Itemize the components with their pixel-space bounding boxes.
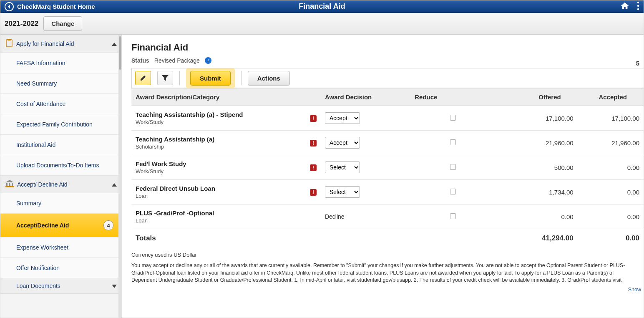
sidebar-item-offer-notification[interactable]: Offer Notification — [0, 258, 122, 278]
actions-button[interactable]: Actions — [248, 71, 290, 86]
award-decision-select[interactable]: Select — [325, 162, 360, 173]
sidebar-group-accept-decline[interactable]: Accept/ Decline Aid — [0, 176, 122, 193]
alert-icon[interactable]: ! — [310, 140, 317, 146]
svg-rect-8 — [5, 186, 14, 187]
sidebar: Apply for Financial Aid FAFSA Informatio… — [0, 35, 122, 318]
breadcrumb[interactable]: CheckMarq Student Home — [17, 3, 95, 10]
award-title: Federal Direct Unsub Loan — [136, 185, 302, 192]
award-category: Scholarship — [136, 144, 302, 150]
filter-button[interactable] — [157, 71, 173, 85]
reduce-checkbox[interactable] — [450, 115, 456, 121]
offered-amount: 500.00 — [496, 155, 578, 180]
sidebar-item-institutional-aid[interactable]: Institutional Aid — [0, 135, 122, 155]
currency-note: Currency used is US Dollar — [131, 252, 644, 258]
home-icon[interactable] — [620, 1, 629, 12]
table-row: Teaching Assistantship (a)Scholarship!Ac… — [131, 131, 644, 155]
svg-rect-3 — [6, 40, 12, 47]
sidebar-group-label: Apply for Financial Aid — [16, 40, 74, 47]
sidebar-item-label: Accept/Decline Aid — [16, 222, 69, 229]
award-title: Teaching Assistantship (a) - Stipend — [136, 111, 302, 118]
table-row: Fed'l Work StudyWork/Study!Select500.000… — [131, 155, 644, 180]
clipboard-icon — [5, 39, 13, 48]
pencil-icon — [140, 75, 146, 81]
chevron-down-icon — [112, 283, 117, 289]
sidebar-group-label: Loan Documents — [16, 283, 60, 289]
award-title: Fed'l Work Study — [136, 160, 302, 167]
col-award-description[interactable]: Award Description/Category — [131, 88, 321, 106]
svg-rect-4 — [8, 39, 11, 40]
sidebar-group-label: Accept/ Decline Aid — [17, 181, 68, 188]
offered-amount: 17,100.00 — [496, 106, 578, 131]
svg-point-2 — [637, 8, 639, 10]
change-year-button[interactable]: Change — [43, 16, 82, 31]
svg-point-1 — [637, 5, 639, 7]
award-decision-select[interactable]: Select — [325, 186, 360, 198]
show-more-link[interactable]: Show — [628, 287, 641, 293]
chevron-up-icon — [112, 40, 117, 47]
accepted-amount: 21,960.00 — [578, 131, 644, 155]
sidebar-group-loan-documents[interactable]: Loan Documents — [0, 278, 122, 294]
awards-table: Award Description/Category Award Decisio… — [131, 88, 644, 247]
reduce-checkbox[interactable] — [450, 139, 456, 145]
status-label: Status — [131, 57, 149, 64]
svg-point-0 — [637, 2, 639, 3]
disclaimer-text: You may accept or decline any or all of … — [131, 262, 644, 284]
table-row: Federal Direct Unsub LoanLoan!Select1,73… — [131, 180, 644, 204]
sidebar-item-expense-worksheet[interactable]: Expense Worksheet — [0, 237, 122, 258]
accepted-amount: 0.00 — [578, 180, 644, 204]
sidebar-group-apply[interactable]: Apply for Financial Aid — [0, 35, 122, 53]
sidebar-item-summary[interactable]: Summary — [0, 193, 122, 214]
sidebar-item-efc[interactable]: Expected Family Contribution — [0, 114, 122, 135]
menu-kebab-icon[interactable] — [637, 1, 639, 12]
totals-label: Totals — [131, 229, 321, 248]
page-title: Financial Aid — [299, 2, 345, 11]
reduce-checkbox[interactable] — [450, 164, 456, 170]
bank-icon — [5, 180, 14, 189]
sidebar-item-cost-of-attendance[interactable]: Cost of Attendance — [0, 94, 122, 114]
sidebar-item-accept-decline-aid[interactable]: Accept/Decline Aid 4 — [0, 214, 122, 237]
reduce-checkbox[interactable] — [450, 189, 456, 194]
toolbar-divider — [241, 71, 242, 85]
award-title: PLUS -Grad/Prof -Optional — [136, 209, 302, 217]
table-row: PLUS -Grad/Prof -OptionalLoanDecline0.00… — [131, 204, 644, 229]
chevron-up-icon — [112, 181, 117, 188]
award-decision-select[interactable]: Accept — [325, 137, 360, 149]
sidebar-item-upload-documents[interactable]: Upload Documents/To-Do Items — [0, 155, 122, 176]
alert-icon[interactable]: ! — [310, 189, 317, 196]
totals-row: Totals41,294.000.00 — [131, 229, 644, 248]
sidebar-item-need-summary[interactable]: Need Summary — [0, 73, 122, 94]
svg-rect-6 — [9, 183, 10, 186]
alert-icon[interactable]: ! — [310, 164, 317, 171]
filter-icon — [162, 75, 169, 81]
alert-icon[interactable]: ! — [310, 115, 317, 122]
offered-amount: 1,734.00 — [496, 180, 578, 204]
totals-accepted: 0.00 — [578, 229, 644, 248]
edit-button[interactable] — [135, 71, 151, 85]
offered-amount: 21,960.00 — [496, 131, 578, 155]
totals-offered: 41,294.00 — [496, 229, 578, 248]
sidebar-scrollbar-thumb[interactable] — [119, 36, 121, 70]
col-accepted[interactable]: Accepted — [578, 88, 644, 106]
sidebar-scrollbar[interactable] — [118, 35, 122, 318]
award-decision-select[interactable]: Accept — [325, 112, 360, 124]
award-decision-text: Decline — [325, 213, 345, 220]
grid-toolbar: Submit Actions — [131, 68, 644, 88]
col-award-decision[interactable]: Award Decision — [321, 88, 410, 106]
back-button[interactable] — [5, 2, 14, 11]
award-category: Work/Study — [136, 119, 302, 125]
svg-rect-5 — [6, 183, 8, 186]
award-category: Loan — [136, 217, 302, 224]
toolbar-divider — [179, 71, 180, 85]
col-reduce[interactable]: Reduce — [410, 88, 496, 106]
sidebar-item-badge: 4 — [103, 220, 113, 230]
reduce-checkbox[interactable] — [450, 213, 456, 219]
info-icon[interactable]: i — [205, 57, 211, 64]
accepted-amount: 17,100.00 — [578, 106, 644, 131]
accepted-amount: 0.00 — [578, 155, 644, 180]
col-offered[interactable]: Offered — [496, 88, 578, 106]
accepted-amount: 0.00 — [578, 204, 644, 229]
offered-amount: 0.00 — [496, 204, 578, 229]
award-category: Loan — [136, 193, 302, 199]
submit-button[interactable]: Submit — [190, 71, 231, 86]
sidebar-item-fafsa[interactable]: FAFSA Information — [0, 53, 122, 73]
